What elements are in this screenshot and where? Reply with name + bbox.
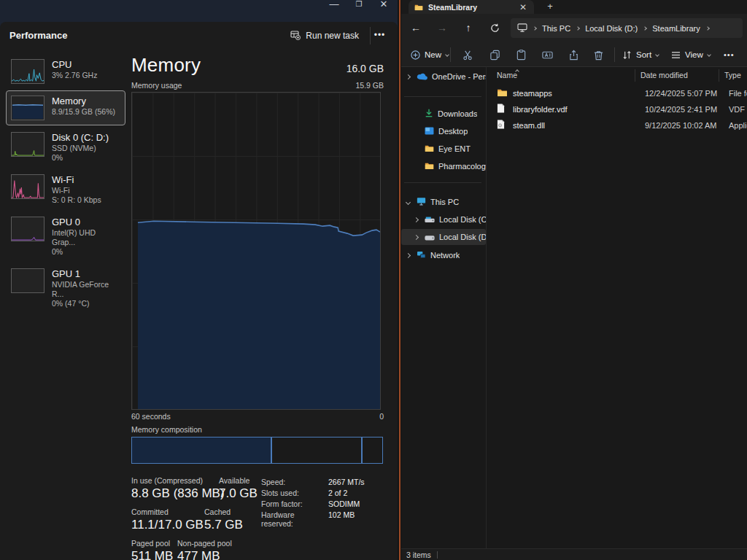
sidebar-item-label: Downloads [438,109,477,118]
new-tab-button[interactable]: + [542,0,558,14]
view-button-label: View [685,50,703,59]
memory-composition-bar[interactable] [131,437,383,464]
sidebar-item-label: Local Disk (C:) [439,215,486,224]
speed-label: Speed: [261,478,328,486]
memory-total: 16.0 GB [347,63,384,77]
toolbar-more-button[interactable]: ••• [724,46,735,63]
sidebar-item-onedrive[interactable]: OneDrive - Persona [401,69,486,85]
this-pc-icon [417,195,426,209]
explorer-navbar: ← → ↑ This PC Local Disk (D:) SteamLibra… [398,14,747,42]
copy-icon[interactable] [486,47,503,62]
run-new-task-icon [290,30,301,42]
file-row-steamapps[interactable]: steamapps 12/24/2025 5:07 PM File folder [491,85,747,101]
folder-icon [425,160,434,173]
downloads-icon [425,107,433,120]
item-count: 3 items [406,551,431,559]
sidebar-item-detail: NVIDIA GeForce R... [52,280,120,299]
memory-usage-max: 15.9 GB [355,81,384,90]
form-factor-value: SODIMM [328,499,360,508]
paged-pool-label: Paged pool [131,539,177,548]
sidebar-item-gpu1[interactable]: GPU 1 NVIDIA GeForce R... 0% (47 °C) [6,263,125,314]
memory-stats: In use (Compressed) 8.8 GB (836 MB) Avai… [131,476,384,560]
column-divider[interactable] [635,69,635,82]
sidebar-item-label: Desktop [438,127,468,136]
column-header-type[interactable]: Type [724,67,741,84]
up-button[interactable]: ↑ [459,19,478,38]
sidebar-item-network[interactable]: Network [401,247,486,263]
available-value: 7.0 GB [219,486,258,501]
new-button[interactable]: New [406,46,453,63]
sidebar-item-desktop[interactable]: Desktop [401,123,486,139]
status-divider [437,551,438,559]
sidebar-item-label: This PC [430,198,459,206]
composition-free-segment [363,438,382,463]
window-edge [398,0,401,560]
sidebar-item-label: Eye ENT [438,144,471,153]
sidebar-item-eye-ent[interactable]: Eye ENT [401,141,486,157]
sidebar-item-this-pc[interactable]: This PC [401,194,486,210]
run-new-task-label: Run new task [306,31,359,41]
more-options-button[interactable]: ••• [370,27,389,44]
column-divider[interactable] [719,69,719,82]
sidebar-item-local-disk-c[interactable]: Local Disk (C:) [401,211,486,228]
sidebar-item-wifi[interactable]: Wi-Fi Wi-Fi S: 0 R: 0 Kbps [6,169,125,210]
close-button[interactable]: ✕ [373,0,395,13]
available-label: Available [219,476,258,485]
file-row-libraryfolder[interactable]: libraryfolder.vdf 10/24/2025 2:41 PM VDF… [491,101,747,117]
gpu1-mini-graph [11,268,44,293]
chevron-right-icon [643,26,647,31]
share-icon[interactable] [565,47,582,62]
paged-pool-value: 511 MB [131,549,177,560]
tab-steamlibrary[interactable]: SteamLibrary ✕ [409,0,534,14]
breadcrumb-steamlibrary[interactable]: SteamLibrary [652,24,700,33]
delete-icon[interactable] [589,47,607,62]
sidebar-item-disk0[interactable]: Disk 0 (C: D:) SSD (NVMe) 0% [6,127,125,168]
sidebar-item-label: Network [430,251,460,260]
paste-icon[interactable] [512,47,530,62]
sidebar-item-memory[interactable]: Memory 8.9/15.9 GB (56%) [6,90,125,125]
file-explorer-window: SteamLibrary ✕ + ← → ↑ This PC Local Dis… [398,0,747,560]
file-row-steam-dll[interactable]: steam.dll 9/12/2025 10:02 AM Application [491,117,747,133]
back-button[interactable]: ← [406,19,425,38]
breadcrumb-this-pc[interactable]: This PC [542,24,570,33]
performance-sidebar: CPU 3% 2.76 GHz Memory 8.9/15.9 GB (56%) [6,54,125,315]
memory-mini-graph [11,96,44,120]
run-new-task-button[interactable]: Run new task [285,27,365,44]
minimize-button[interactable]: — [323,0,345,13]
graph-time-right: 0 [379,412,384,421]
sidebar-item-label: Local Disk (D:) [439,233,486,241]
this-pc-icon [517,22,527,35]
breadcrumb[interactable]: This PC Local Disk (D:) SteamLibrary [511,18,743,38]
chevron-right-icon [705,26,710,31]
slots-used-value: 2 of 2 [328,489,347,497]
file-name: steam.dll [513,121,545,130]
sidebar-item-detail2: 0% [52,153,109,163]
committed-label: Committed [131,508,204,516]
sidebar-divider [404,182,481,183]
explorer-tabbar: SteamLibrary ✕ + [398,0,747,14]
explorer-toolbar: New Sort [398,42,747,67]
memory-usage-graph[interactable] [131,92,381,410]
breadcrumb-local-disk-d[interactable]: Local Disk (D:) [585,24,638,33]
sidebar-item-cpu[interactable]: CPU 3% 2.76 GHz [6,54,125,89]
maximize-button[interactable]: ❐ [348,0,370,13]
network-icon [417,249,426,262]
file-date: 9/12/2025 10:02 AM [645,121,716,130]
cut-icon[interactable] [459,47,476,62]
sidebar-item-pharmacology[interactable]: Pharmacology [401,158,486,174]
new-button-label: New [425,50,441,59]
rename-icon[interactable] [538,47,556,62]
column-header-date[interactable]: Date modified [640,67,688,84]
sidebar-item-local-disk-d[interactable]: Local Disk (D:) [401,229,486,245]
column-header-name[interactable]: Name [497,67,517,84]
explorer-statusbar: 3 items [398,548,747,560]
sidebar-item-gpu0[interactable]: GPU 0 Intel(R) UHD Grap... 0% [6,211,125,262]
sidebar-item-downloads[interactable]: Downloads [401,106,486,122]
view-button[interactable]: View [671,46,711,63]
refresh-button[interactable] [485,19,504,38]
sort-button[interactable]: Sort [622,46,659,63]
task-manager-titlebar[interactable]: — ❐ ✕ [0,0,398,22]
tab-close-icon[interactable]: ✕ [518,2,528,12]
hardware-reserved-value: 102 MB [328,510,355,528]
forward-button[interactable]: → [433,19,452,38]
